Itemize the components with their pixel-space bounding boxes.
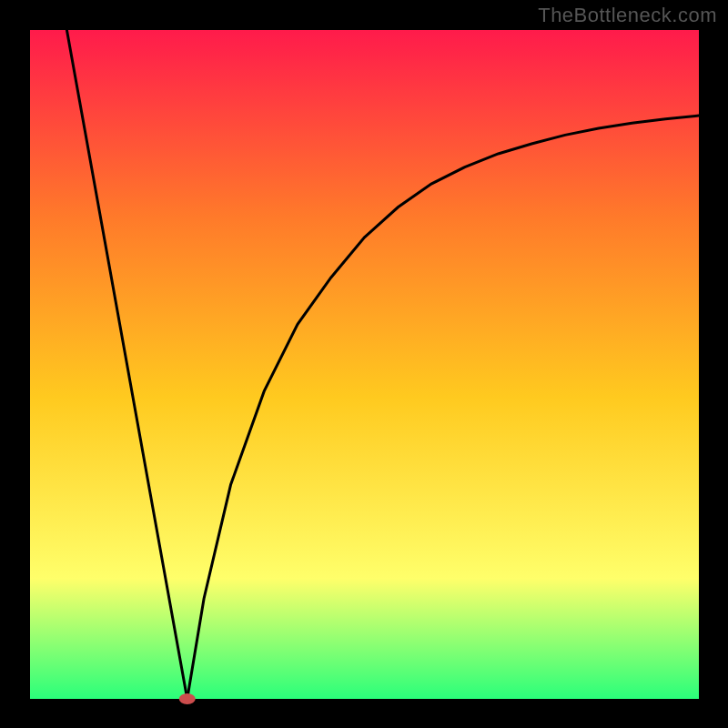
chart-frame: TheBottleneck.com bbox=[0, 0, 728, 728]
watermark-text: TheBottleneck.com bbox=[538, 4, 717, 27]
minimum-marker bbox=[179, 693, 196, 704]
plot-background bbox=[30, 30, 699, 699]
chart-svg bbox=[0, 0, 728, 728]
